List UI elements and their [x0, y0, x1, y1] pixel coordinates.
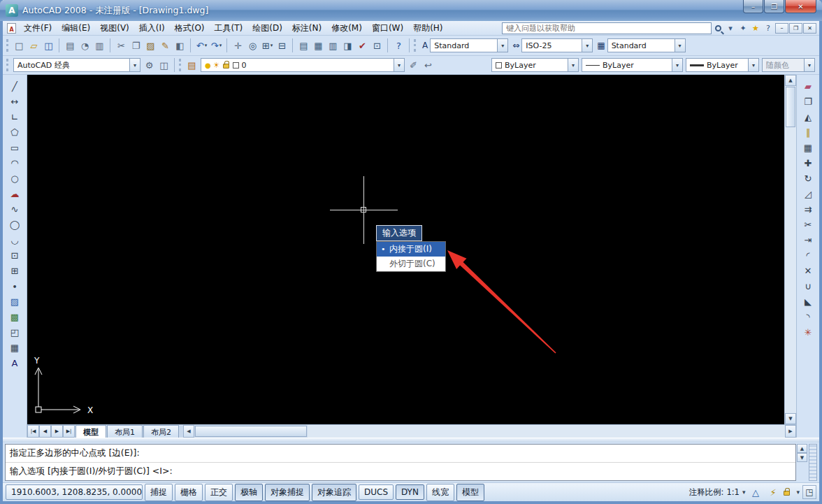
gradient-icon[interactable]: ▩	[6, 309, 23, 324]
menu-item-insert[interactable]: 插入(I)	[134, 21, 170, 36]
favorites-star-icon[interactable]: ★	[749, 22, 762, 34]
hatch-icon[interactable]: ▨	[6, 294, 23, 309]
menu-item-window[interactable]: 窗口(W)	[367, 21, 408, 36]
designcenter-icon[interactable]: ▦	[311, 38, 326, 53]
vertical-scroll-track[interactable]	[785, 128, 796, 413]
vertical-scroll-thumb[interactable]	[786, 87, 795, 127]
combo-arrow-icon[interactable]: ▾	[394, 59, 404, 71]
flyout-arrow-icon[interactable]: ▾	[271, 43, 273, 48]
scroll-down-button[interactable]: ▼	[785, 413, 796, 424]
plot-icon[interactable]: ▤	[63, 38, 78, 53]
construction-line-icon[interactable]: ↔	[6, 94, 23, 109]
copy-clip-icon[interactable]: ❐	[129, 38, 143, 53]
tab-layout1[interactable]: 布局1	[107, 425, 143, 438]
save-workspace-icon[interactable]: ◫	[157, 57, 171, 73]
horizontal-scrollbar[interactable]: ◀ ▶	[183, 425, 796, 438]
text-style-icon[interactable]: A	[422, 41, 428, 50]
trim-icon[interactable]: ✂	[800, 217, 816, 232]
chamfer-icon[interactable]: ◣	[800, 294, 816, 309]
layer-previous-icon[interactable]: ↩	[421, 57, 435, 73]
color-combo[interactable]: ByLayer ▾	[491, 58, 579, 72]
status-toggle-ducs[interactable]: DUCS	[359, 484, 394, 500]
help-icon[interactable]: ?	[391, 38, 406, 53]
vertical-scrollbar[interactable]: ▲ ▼	[784, 75, 796, 424]
insert-block-icon[interactable]: ⊡	[6, 247, 23, 263]
command-scroll-track[interactable]	[797, 462, 807, 481]
command-text-area[interactable]: 指定正多边形的中心点或 [边(E)]: 输入选项 [内接于圆(I)/外切于圆(C…	[5, 444, 796, 481]
join-icon[interactable]: ∪	[800, 278, 816, 294]
ellipse-icon[interactable]: ◯	[6, 217, 23, 232]
minimize-button[interactable]: –	[743, 0, 763, 13]
status-toggle-polar[interactable]: 极轴	[235, 484, 263, 501]
redo-icon[interactable]: ↷▾	[209, 38, 224, 53]
text-style-combo[interactable]: Standard ▾	[430, 38, 508, 52]
break-at-point-icon[interactable]: ◜	[800, 247, 816, 263]
toolbar-grip[interactable]	[6, 59, 9, 71]
markup-set-manager-icon[interactable]: ✔	[355, 38, 370, 53]
pan-icon[interactable]: ✛	[231, 38, 245, 53]
toolbar-grip[interactable]	[6, 39, 9, 52]
zoom-window-icon[interactable]: ⊞▾	[260, 38, 275, 53]
status-menu-arrow-icon[interactable]: ▾	[796, 489, 800, 496]
command-scroll-up-button[interactable]: ▲	[797, 444, 807, 453]
combo-arrow-icon[interactable]: ▾	[672, 59, 682, 71]
circle-icon[interactable]: ○	[6, 171, 23, 186]
open-icon[interactable]: ▱	[27, 38, 41, 53]
search-dropdown-arrow-icon[interactable]: ▾	[724, 22, 737, 34]
status-toggle-lineweight[interactable]: 线宽	[426, 484, 454, 501]
fillet-icon[interactable]: ◝	[800, 309, 816, 324]
status-toggle-snap[interactable]: 捕捉	[145, 484, 173, 501]
layer-lock-icon[interactable]	[223, 64, 229, 69]
lineweight-combo[interactable]: ByLayer ▾	[686, 58, 759, 72]
scroll-up-button[interactable]: ▲	[785, 75, 796, 86]
option-inscribed-in-circle[interactable]: • 内接于圆(I)	[377, 242, 445, 257]
annotation-autoscale-icon[interactable]: ⚡	[765, 484, 780, 500]
close-button[interactable]: ✕	[785, 0, 816, 13]
line-icon[interactable]: ╱	[6, 78, 23, 94]
polygon-icon[interactable]: ⬠	[6, 124, 23, 140]
status-toggle-grid[interactable]: 栅格	[175, 484, 203, 501]
layer-combo[interactable]: ● ☀ 0 ▾	[201, 58, 405, 72]
rotate-icon[interactable]: ↻	[800, 171, 816, 186]
paste-icon[interactable]: ▨	[143, 38, 158, 53]
status-toggle-model[interactable]: 模型	[456, 484, 484, 501]
coordinates-readout[interactable]: 1910.6003, 1208.8235, 0.0000	[6, 484, 143, 500]
flyout-arrow-icon[interactable]: ▾	[205, 43, 208, 48]
sheet-set-manager-icon[interactable]: ◨	[340, 38, 355, 53]
help-search-input[interactable]	[502, 22, 712, 34]
erase-icon[interactable]: ▰	[800, 78, 816, 94]
command-resize-grip[interactable]	[809, 444, 817, 481]
qnew-icon[interactable]: □	[12, 38, 27, 53]
move-icon[interactable]: ✚	[800, 155, 816, 171]
mdi-close-button[interactable]: ✕	[803, 23, 816, 34]
menu-item-view[interactable]: 视图(V)	[95, 21, 134, 36]
scale-icon[interactable]: ◿	[800, 186, 816, 201]
option-circumscribed-about-circle[interactable]: 外切于圆(C)	[377, 257, 445, 271]
properties-icon[interactable]: ▤	[296, 38, 311, 53]
spline-icon[interactable]: ∿	[6, 201, 23, 217]
combo-arrow-icon[interactable]: ▾	[129, 59, 140, 71]
tab-model[interactable]: 模型	[75, 425, 106, 438]
tab-nav-next-button[interactable]: ▶	[51, 425, 63, 438]
dim-style-icon[interactable]: ⇔	[512, 41, 519, 50]
linetype-combo[interactable]: ByLayer ▾	[582, 58, 683, 72]
rectangle-icon[interactable]: ▭	[6, 140, 23, 155]
flyout-arrow-icon[interactable]: ▾	[219, 43, 222, 48]
workspace-settings-icon[interactable]: ⚙	[142, 57, 157, 73]
communication-center-icon[interactable]: ✦	[737, 22, 749, 34]
mdi-restore-button[interactable]: ❐	[789, 23, 802, 34]
menu-item-help[interactable]: 帮助(H)	[408, 21, 447, 36]
copy-object-icon[interactable]: ❐	[800, 94, 816, 109]
offset-icon[interactable]: ∥	[800, 124, 816, 140]
save-icon[interactable]: ◫	[41, 38, 56, 53]
scroll-left-button[interactable]: ◀	[183, 425, 194, 438]
explode-icon[interactable]: ✳	[800, 324, 816, 340]
break-icon[interactable]: ✕	[800, 263, 816, 278]
workspace-combo[interactable]: AutoCAD 经典 ▾	[13, 58, 140, 72]
toolbar-grip[interactable]	[179, 59, 182, 71]
make-object-layer-current-icon[interactable]: ✐	[406, 57, 421, 73]
combo-arrow-icon[interactable]: ▾	[582, 39, 592, 52]
tab-layout2[interactable]: 布局2	[143, 425, 179, 438]
undo-icon[interactable]: ↶▾	[194, 38, 209, 53]
extend-icon[interactable]: ⇥	[800, 232, 816, 247]
